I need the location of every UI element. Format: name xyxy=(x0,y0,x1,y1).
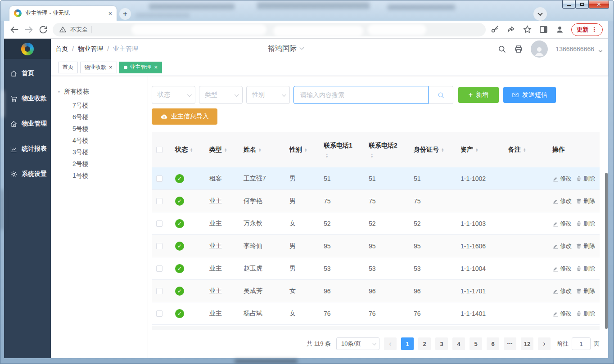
row-checkbox[interactable] xyxy=(156,310,163,317)
row-checkbox[interactable] xyxy=(156,175,163,182)
import-owners-button[interactable]: 业主信息导入 xyxy=(152,108,217,125)
view-tab-payment[interactable]: 物业收款 × xyxy=(80,62,117,73)
delete-button[interactable]: 删除 xyxy=(576,242,595,250)
more-pages-button[interactable]: ••• xyxy=(504,337,516,350)
page-button-4[interactable]: 4 xyxy=(452,337,465,350)
tree-expand-caret-icon[interactable]: ▼ xyxy=(57,90,61,94)
page-button-6[interactable]: 6 xyxy=(487,337,499,350)
goto-page-input[interactable] xyxy=(572,337,591,350)
page-scrollbar[interactable] xyxy=(605,173,608,329)
sort-desc-icon[interactable]: ▼ xyxy=(190,150,193,153)
view-tab-owners-active[interactable]: 业主管理 × xyxy=(119,62,163,73)
browser-tab[interactable]: 业主管理 - 业无忧 × xyxy=(9,6,117,21)
community-selector[interactable]: 裕鸿国际 xyxy=(268,44,303,54)
sort-desc-icon[interactable]: ▼ xyxy=(370,156,373,158)
chrome-update-button[interactable]: 更新 ⋮ xyxy=(571,23,603,36)
breadcrumb-home[interactable]: 首页 xyxy=(55,45,68,53)
tab-close-icon[interactable]: × xyxy=(108,10,112,17)
page-button-1[interactable]: 1 xyxy=(401,337,414,350)
row-checkbox[interactable] xyxy=(156,265,163,272)
search-button[interactable] xyxy=(429,86,453,104)
share-icon[interactable] xyxy=(506,25,516,34)
table-row[interactable]: ✓ 业主 万永钦 女 52 52 52 1-1-1003 修改 xyxy=(152,212,600,235)
status-select[interactable]: 状态 xyxy=(152,86,195,104)
search-input[interactable] xyxy=(293,86,429,104)
tree-item-building-6[interactable]: 6号楼 xyxy=(72,111,148,123)
maximize-button[interactable] xyxy=(575,0,589,9)
password-key-icon[interactable] xyxy=(490,25,500,34)
row-checkbox[interactable] xyxy=(156,243,163,249)
tab-close-icon[interactable]: × xyxy=(109,64,113,71)
user-avatar[interactable] xyxy=(531,40,548,58)
delete-button[interactable]: 删除 xyxy=(576,175,595,183)
delete-button[interactable]: 删除 xyxy=(576,220,595,228)
new-tab-button[interactable]: + xyxy=(119,8,131,20)
back-icon[interactable] xyxy=(9,25,19,35)
edit-button[interactable]: 修改 xyxy=(552,242,572,250)
edit-button[interactable]: 修改 xyxy=(552,220,572,228)
view-tab-home[interactable]: 首页 xyxy=(58,62,78,73)
search-icon[interactable] xyxy=(497,45,506,54)
edit-button[interactable]: 修改 xyxy=(552,265,572,273)
tree-item-building-4[interactable]: 4号楼 xyxy=(72,135,148,146)
edit-button[interactable]: 修改 xyxy=(552,287,572,295)
browser-profile-icon[interactable] xyxy=(555,25,564,34)
add-owner-button[interactable]: + 新增 xyxy=(458,87,499,103)
table-row[interactable]: ✓ 租客 王立强7 男 51 51 51 1-1-1002 修改 xyxy=(152,167,600,190)
next-page-button[interactable]: › xyxy=(538,337,551,350)
kebab-menu-icon[interactable]: ⋮ xyxy=(591,26,597,33)
sort-desc-icon[interactable]: ▼ xyxy=(258,150,261,153)
tree-item-building-5[interactable]: 5号楼 xyxy=(72,123,148,135)
edit-button[interactable]: 修改 xyxy=(552,175,572,183)
tab-close-icon[interactable]: × xyxy=(154,64,158,71)
sort-desc-icon[interactable]: ▼ xyxy=(475,150,478,153)
sidebar-item-settings[interactable]: 系统设置 xyxy=(4,162,51,187)
page-button-2[interactable]: 2 xyxy=(418,337,431,350)
address-bar[interactable]: 不安全 xyxy=(53,23,486,36)
page-button-5[interactable]: 5 xyxy=(470,337,482,350)
page-size-select[interactable]: 10条/页 xyxy=(336,337,379,350)
print-icon[interactable] xyxy=(514,45,523,54)
sort-desc-icon[interactable]: ▼ xyxy=(523,150,526,153)
chevron-down-icon[interactable] xyxy=(599,48,602,52)
close-window-button[interactable]: ✕ xyxy=(589,0,609,9)
table-row[interactable]: ✓ 业主 何学艳 男 75 75 75 修改 xyxy=(152,190,600,212)
table-row[interactable]: ✓ 业主 杨占斌 女 76 76 76 1-1-1401 修改 xyxy=(152,302,600,325)
tree-item-building-1[interactable]: 1号楼 xyxy=(72,170,148,181)
sidebar-item-payment[interactable]: 物业收款 xyxy=(4,86,51,111)
bookmark-star-icon[interactable] xyxy=(523,25,532,34)
page-button-12[interactable]: 12 xyxy=(521,337,533,350)
tree-root-all-buildings[interactable]: ▼ 所有楼栋 xyxy=(57,88,148,96)
tab-search-button[interactable] xyxy=(533,7,547,21)
tree-item-building-3[interactable]: 3号楼 xyxy=(72,146,148,158)
edit-button[interactable]: 修改 xyxy=(552,197,572,205)
reload-icon[interactable] xyxy=(38,25,48,35)
row-checkbox[interactable] xyxy=(156,220,163,227)
delete-button[interactable]: 删除 xyxy=(576,265,595,273)
tree-item-building-2[interactable]: 2号楼 xyxy=(72,158,148,170)
sidebar-item-property[interactable]: 物业管理 xyxy=(4,111,51,136)
breadcrumb-property[interactable]: 物业管理 xyxy=(78,45,103,53)
sort-desc-icon[interactable]: ▼ xyxy=(304,150,307,153)
row-checkbox[interactable] xyxy=(156,198,163,204)
sort-desc-icon[interactable]: ▼ xyxy=(224,150,227,153)
tree-item-building-7[interactable]: 7号楼 xyxy=(72,99,148,111)
sort-desc-icon[interactable]: ▼ xyxy=(441,150,444,153)
gender-select[interactable]: 性别 xyxy=(246,86,290,104)
select-all-checkbox[interactable] xyxy=(156,147,163,153)
delete-button[interactable]: 删除 xyxy=(576,197,595,205)
user-phone[interactable]: 13666666666 xyxy=(555,45,594,53)
row-checkbox[interactable] xyxy=(156,288,163,294)
sidebar-item-reports[interactable]: 统计报表 xyxy=(4,136,51,162)
app-logo[interactable] xyxy=(4,39,51,59)
type-select[interactable]: 类型 xyxy=(199,86,243,104)
table-row[interactable]: ✓ 业主 李玲仙 男 95 95 95 1-1-1606 修改 xyxy=(152,235,600,257)
prev-page-button[interactable]: ‹ xyxy=(384,337,397,350)
not-secure-warning-icon[interactable] xyxy=(59,26,67,33)
sort-desc-icon[interactable]: ▼ xyxy=(325,156,328,158)
side-panel-icon[interactable] xyxy=(539,25,548,34)
send-sms-button[interactable]: 发送短信 xyxy=(503,87,556,103)
page-button-3[interactable]: 3 xyxy=(435,337,448,350)
minimize-button[interactable] xyxy=(562,0,575,9)
delete-button[interactable]: 删除 xyxy=(576,287,595,295)
